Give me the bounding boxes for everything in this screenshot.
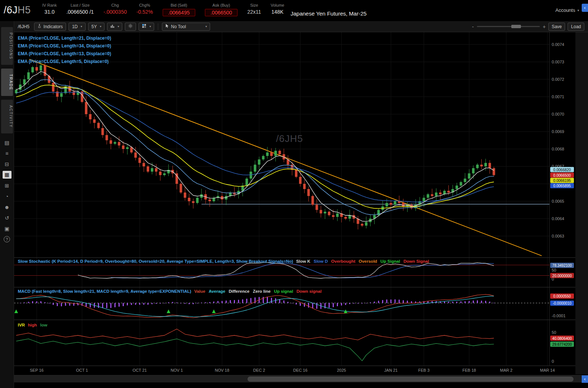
zoom-out-button[interactable]: -	[472, 24, 474, 30]
charts-icon[interactable]: ▦	[0, 169, 14, 180]
legend-item: Down Signal	[403, 259, 429, 263]
header-field-iv-rank: IV Rank31.0	[42, 1, 57, 16]
ema-study-label[interactable]: EMA (Price=CLOSE, Length=5, Displace=0)	[18, 58, 111, 66]
svg-text:0.0064: 0.0064	[552, 216, 564, 221]
field-label: Volume	[271, 1, 285, 8]
sidebar-tab-trade[interactable]: TRADE	[1, 69, 13, 96]
svg-text:2025: 2025	[337, 368, 346, 372]
clock-icon[interactable]: ◔	[0, 191, 14, 202]
flask-icon	[37, 24, 41, 29]
grid-icon	[142, 24, 146, 29]
zoom-slider-thumb[interactable]	[511, 25, 521, 28]
accounts-menu[interactable]: Accounts ▾	[555, 7, 579, 13]
svg-text:0.0071: 0.0071	[552, 94, 564, 99]
grid-layout-dropdown[interactable]: ▾	[139, 23, 154, 31]
replay-icon[interactable]: ↺	[0, 212, 14, 223]
svg-text:MAR 14: MAR 14	[540, 368, 555, 372]
svg-text:0.0066195: 0.0066195	[553, 179, 571, 183]
svg-text:NOV 1: NOV 1	[171, 368, 183, 372]
chevron-down-icon: ▾	[577, 9, 579, 12]
svg-text:0.0073: 0.0073	[552, 60, 564, 64]
svg-text:FEB 18: FEB 18	[462, 368, 476, 372]
field-label: Last / Size	[70, 1, 89, 8]
chart-canvas[interactable]: 0.00740.00730.00720.00710.00700.00690.00…	[14, 32, 588, 374]
legend-item: Up Signal	[381, 259, 400, 263]
chart-type-dropdown[interactable]: ▾	[107, 23, 122, 31]
instrument-symbol: /6JH5	[4, 4, 31, 16]
help-icon[interactable]: ?	[0, 234, 14, 245]
symbol-watermark: /6JH5	[276, 133, 303, 145]
left-sidebar: POSITIONSTRADEACTIVITY▤≡⊟▦⊞◔☻↺▣?	[0, 21, 14, 388]
svg-text:0.0070: 0.0070	[552, 112, 564, 116]
legend-item: Value	[194, 289, 205, 294]
ema-study-label[interactable]: EMA (Price=CLOSE, Length=13, Displace=0)	[18, 50, 111, 58]
chevron-down-icon: ▾	[100, 25, 101, 28]
field-label: Bid (Sell)	[170, 1, 187, 8]
study-label[interactable]: IVR	[18, 323, 25, 327]
field-label: Size	[250, 1, 258, 8]
legend-item: Oversold	[359, 259, 377, 263]
ema-study-label[interactable]: EMA (Price=CLOSE, Length=21, Displace=0)	[18, 34, 111, 42]
svg-text:78.3492100: 78.3492100	[552, 263, 572, 268]
chevron-down-icon: ▾	[81, 25, 82, 28]
snapshot-icon[interactable]: ▣	[0, 223, 14, 234]
collapse-bottom-button[interactable]: ‹	[582, 375, 588, 383]
community-icon[interactable]: ☻	[0, 202, 14, 212]
collapse-panel-button[interactable]: ‹	[582, 4, 588, 12]
study-label[interactable]: Slow Stochastic (K Period=14, D Period=9…	[18, 259, 293, 263]
sidebar-icons: ▤≡⊟▦⊞◔☻↺▣?	[0, 137, 14, 245]
scrollbar-thumb[interactable]	[248, 377, 574, 382]
legend-item: Slow K	[296, 259, 310, 263]
drawing-tool-dropdown[interactable]: No Tool ▾	[162, 23, 210, 31]
gear-icon	[128, 24, 133, 29]
legend-item: high	[28, 323, 37, 327]
svg-text:0.0065895: 0.0065895	[553, 184, 571, 188]
field-value[interactable]: .0066500	[205, 9, 237, 16]
svg-text:SEP 16: SEP 16	[30, 368, 44, 372]
study-label[interactable]: MACD (Fast length=8, Slow length=21, MAC…	[18, 289, 191, 294]
svg-text:0: 0	[552, 359, 554, 364]
monitor-icon[interactable]: ⊟	[0, 159, 14, 169]
indicators-button[interactable]: Indicators	[34, 23, 66, 31]
field-value: 31.0	[44, 9, 54, 15]
svg-text:OCT 21: OCT 21	[133, 368, 147, 372]
ledger-icon[interactable]: ≡	[0, 148, 14, 159]
svg-text:OCT 1: OCT 1	[76, 368, 88, 372]
load-button[interactable]: Load	[568, 23, 584, 31]
save-button[interactable]: Save	[548, 23, 565, 31]
sidebar-tab-activity[interactable]: ACTIVITY	[1, 100, 13, 133]
sidebar-tab-positions[interactable]: POSITIONS	[1, 27, 13, 65]
ema-study-label[interactable]: EMA (Price=CLOSE, Length=34, Displace=0)	[18, 42, 111, 50]
field-label: IV Rank	[42, 1, 57, 8]
widgets-icon[interactable]: ⊞	[0, 180, 14, 191]
chevron-down-icon: ▾	[117, 25, 119, 28]
trading-platform-app: /6JH5 IV Rank31.0Last / Size.0066500 /1C…	[0, 0, 588, 388]
field-value[interactable]: .0066495	[163, 9, 195, 16]
trend-line	[29, 59, 542, 256]
field-value: .0066500 /1	[66, 9, 94, 15]
time-scrollbar[interactable]: ‹	[14, 375, 588, 382]
range-dropdown[interactable]: 5Y▾	[88, 23, 105, 31]
svg-text:0.0069: 0.0069	[552, 129, 564, 134]
legend-item: low	[40, 323, 47, 327]
svg-text:DEC 2: DEC 2	[253, 368, 265, 372]
macd-up-signal-arrow	[167, 309, 170, 313]
svg-text:-0.0000010: -0.0000010	[553, 301, 572, 305]
zoom-in-button[interactable]: +	[543, 24, 546, 30]
macd-up-signal-arrow	[212, 309, 216, 313]
ema-study-labels: EMA (Price=CLOSE, Length=21, Displace=0)…	[18, 34, 111, 66]
svg-text:-0.0001: -0.0001	[552, 314, 565, 318]
chevron-down-icon: ▾	[149, 25, 151, 28]
reports-icon[interactable]: ▤	[0, 137, 14, 148]
legend-item: Difference	[229, 289, 249, 294]
legend-item: Slow D	[313, 259, 328, 263]
svg-text:0.0063: 0.0063	[552, 234, 564, 238]
header-field-bid-sell-: Bid (Sell).0066495	[163, 1, 195, 16]
timeframe-dropdown[interactable]: 1D▾	[69, 23, 85, 31]
svg-text:0.0066500: 0.0066500	[553, 173, 571, 178]
chevron-down-icon: ▾	[205, 25, 207, 28]
chart-settings-button[interactable]	[125, 23, 136, 31]
zoom-control: - +	[472, 24, 546, 30]
zoom-slider[interactable]	[477, 26, 540, 27]
header-field-last-size: Last / Size.0066500 /1	[66, 1, 94, 16]
